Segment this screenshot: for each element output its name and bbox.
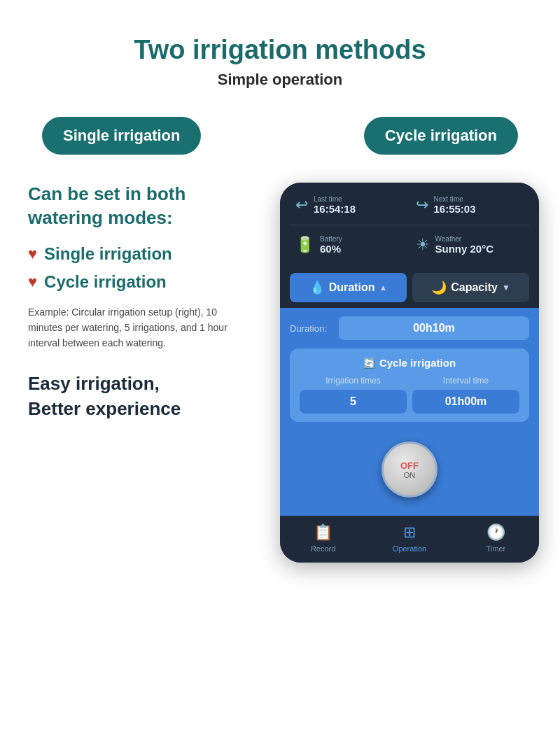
can-be-set-text: Can be set in bothwatering modes: [28,183,259,230]
battery-value: 60% [320,243,342,255]
toggle-section: OFF ON [290,430,529,504]
single-irrigation-badge: Single irrigation [42,117,201,155]
bullet-single: ♥ Single irrigation [28,244,259,264]
cycle-irrigation-badge: Cycle irrigation [364,117,518,155]
irrigation-times-value[interactable]: 5 [300,390,407,414]
phone-mockup: ↩ Last time 16:54:18 ↪ Next time 16:55:0… [280,183,539,563]
irrigation-times-header: Irrigation times [300,376,407,386]
last-time-icon: ↩ [295,196,308,214]
main-title: Two irrigation methods [28,35,532,65]
header-section: Two irrigation methods Simple operation [0,21,560,110]
capacity-icon: 🌙 [431,280,447,295]
chevron-down-icon: ▼ [502,283,510,292]
nav-timer-label: Timer [486,544,505,553]
cycle-card-label: Cycle irrigation [379,357,456,369]
phone-mockup-container: ↩ Last time 16:54:18 ↪ Next time 16:55:0… [280,183,539,563]
water-drop-icon: 💧 [309,280,325,295]
phone-top-bar: ↩ Last time 16:54:18 ↪ Next time 16:55:0… [280,183,539,225]
duration-value[interactable]: 00h10m [339,316,529,340]
interval-time-header: Interval time [412,376,519,386]
bullet-cycle: ♥ Cycle irrigation [28,272,259,292]
next-time-label: Next time [434,195,476,203]
weather-label: Weather [435,235,494,243]
nav-operation-label: Operation [393,544,426,553]
nav-timer[interactable]: 🕐 Timer [453,523,539,553]
blue-content-area: Duration: 00h10m 🔄 Cycle irrigation Irri… [280,308,539,516]
timer-icon: 🕐 [486,523,505,542]
nav-record[interactable]: 📋 Record [280,523,366,553]
example-text: Example: Circular irrigation setup (righ… [28,304,238,351]
last-time-label: Last time [314,195,356,203]
nav-record-label: Record [311,544,335,553]
mode-tabs: 💧 Duration ▲ 🌙 Capacity ▼ [280,267,539,308]
last-time-value: 16:54:18 [314,203,356,215]
heart-icon-1: ♥ [28,245,37,263]
tab-duration[interactable]: 💧 Duration ▲ [290,273,407,302]
badges-row: Single irrigation Cycle irrigation [0,110,560,169]
on-off-toggle[interactable]: OFF ON [382,442,438,498]
tab-capacity-label: Capacity [451,281,498,294]
next-time-icon: ↪ [416,196,428,214]
left-col: Can be set in bothwatering modes: ♥ Sing… [28,183,266,422]
cycle-refresh-icon: 🔄 [363,358,375,369]
toggle-off-label: OFF [400,460,419,471]
main-content: Can be set in bothwatering modes: ♥ Sing… [0,169,560,570]
interval-time-col: Interval time 01h00m [412,376,519,414]
phone-second-row: 🔋 Battery 60% ☀ Weather Sunny 20°C [280,225,539,267]
bullet-single-label: Single irrigation [44,244,172,264]
tab-capacity[interactable]: 🌙 Capacity ▼ [412,273,529,302]
next-time-cell: ↪ Next time 16:55:03 [410,191,530,219]
weather-cell: ☀ Weather Sunny 20°C [410,231,530,259]
tab-duration-label: Duration [329,281,375,294]
easy-line2: Better experience [28,398,181,419]
easy-line1: Easy irrigation, [28,373,160,394]
weather-icon: ☀ [416,236,430,254]
nav-operation[interactable]: ⊞ Operation [366,523,452,553]
weather-value: Sunny 20°C [435,243,494,255]
record-icon: 📋 [314,523,332,542]
interval-time-value[interactable]: 01h00m [412,390,519,414]
easy-text: Easy irrigation, Better experience [28,371,259,422]
bullet-cycle-label: Cycle irrigation [44,272,167,292]
heart-icon-2: ♥ [28,273,37,291]
battery-cell: 🔋 Battery 60% [290,231,410,259]
battery-icon: 🔋 [295,236,314,254]
operation-icon: ⊞ [403,523,416,542]
toggle-on-label: ON [404,471,416,479]
chevron-up-icon: ▲ [379,283,387,292]
duration-label: Duration: [290,323,339,334]
cycle-cols: Irrigation times 5 Interval time 01h00m [300,376,519,414]
cycle-card: 🔄 Cycle irrigation Irrigation times 5 In… [290,348,529,422]
cycle-card-title-row: 🔄 Cycle irrigation [300,357,519,369]
battery-label: Battery [320,235,342,243]
phone-bottom-nav: 📋 Record ⊞ Operation 🕐 Timer [280,516,539,563]
sub-title: Simple operation [28,71,532,89]
irrigation-times-col: Irrigation times 5 [300,376,407,414]
last-time-cell: ↩ Last time 16:54:18 [290,191,410,219]
page-container: Two irrigation methods Simple operation … [0,0,560,748]
duration-row: Duration: 00h10m [290,316,529,340]
next-time-value: 16:55:03 [434,203,476,215]
